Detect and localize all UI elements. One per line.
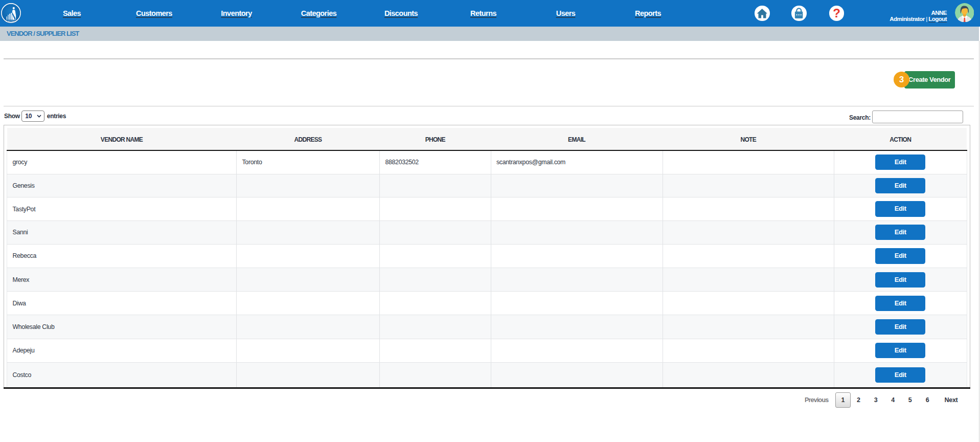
svg-text:SCANTRANX: SCANTRANX xyxy=(6,20,16,23)
